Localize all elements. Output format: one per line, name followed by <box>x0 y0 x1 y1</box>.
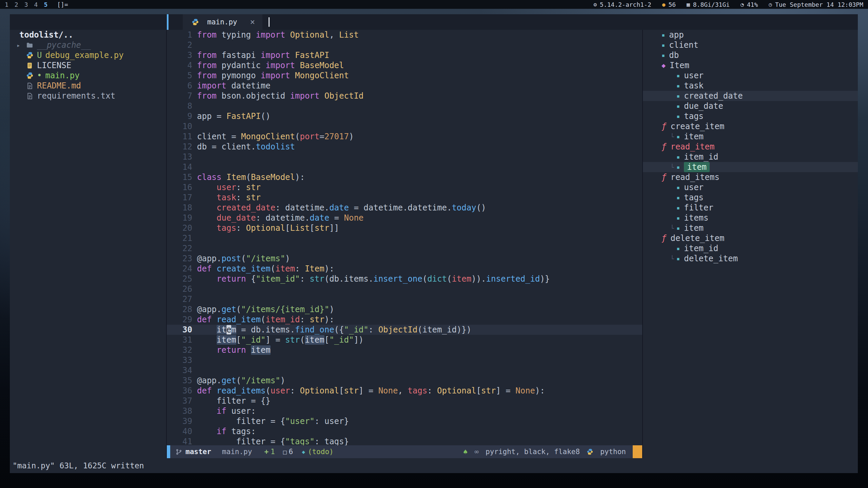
code-line-35[interactable]: 35@app.get("/items") <box>167 375 642 386</box>
outline-item-item_id[interactable]: ▪item_id <box>643 152 858 162</box>
code-line-36[interactable]: 36def read_items(user: Optional[str] = N… <box>167 386 642 396</box>
code-line-27[interactable]: 27 <box>167 294 642 304</box>
code-line-33[interactable]: 33 <box>167 355 642 365</box>
workspace-tag-5[interactable]: 5 <box>44 1 47 8</box>
bar-usage-text: 41% <box>747 1 758 8</box>
tree-root[interactable]: todolist/.. <box>17 30 166 40</box>
code-line-31[interactable]: 31 item["_id"] = str(item["_id"]) <box>167 335 642 345</box>
outline-item-tags[interactable]: ▪tags <box>643 192 858 203</box>
outline-label: delete_item <box>684 254 738 263</box>
outline-item-client[interactable]: ▪client <box>643 40 858 50</box>
outline-item-item_id[interactable]: ▪item_id <box>643 243 858 253</box>
outline-item-create_item[interactable]: ƒcreate_item <box>643 121 858 131</box>
outline-item-app[interactable]: ▪app <box>643 30 858 40</box>
outline-item-db[interactable]: ▪db <box>643 50 858 60</box>
code-line-4[interactable]: 4from pydantic import BaseModel <box>167 60 642 70</box>
outline-item-delete_item[interactable]: ƒdelete_item <box>643 233 858 243</box>
code-line-8[interactable]: 8 <box>167 101 642 111</box>
code-line-29[interactable]: 29def read_item(item_id: str): <box>167 314 642 325</box>
code-line-9[interactable]: 9app = FastAPI() <box>167 111 642 121</box>
outline-item-Item[interactable]: ◆Item <box>643 60 858 70</box>
git-changed-count: 6 <box>289 448 293 456</box>
line-number: 30 <box>167 325 192 335</box>
tree-item-requirements.txt[interactable]: requirements.txt <box>17 91 166 101</box>
outline-item-item[interactable]: └▪item <box>643 162 858 172</box>
code-line-10[interactable]: 10 <box>167 121 642 131</box>
code-line-39[interactable]: 39 filter = {"user": user} <box>167 416 642 426</box>
outline-item-user[interactable]: ▪user <box>643 70 858 81</box>
code-line-19[interactable]: 19 due_date: datetime.date = None <box>167 213 642 223</box>
status-bar: 12345 []= ⚙5.14.2-arch1-2●56▦8.8Gi/31Gi◔… <box>0 0 868 9</box>
chevron-icon <box>17 52 26 59</box>
code-line-34[interactable]: 34 <box>167 365 642 375</box>
line-number: 35 <box>167 375 192 386</box>
outline-item-item[interactable]: └▪item <box>643 223 858 233</box>
code-line-32[interactable]: 32 return item <box>167 345 642 355</box>
outline-item-delete_item[interactable]: └▪delete_item <box>643 253 858 264</box>
close-icon[interactable]: × <box>250 17 255 27</box>
outline-item-filter[interactable]: ▪filter <box>643 203 858 213</box>
line-number: 15 <box>167 172 192 182</box>
tree-item-README.md[interactable]: README.md <box>17 81 166 91</box>
code-line-41[interactable]: 41 filter = {"tags": tags} <box>167 436 642 445</box>
code-line-23[interactable]: 23@app.post("/items") <box>167 253 642 264</box>
code-line-38[interactable]: 38 if user: <box>167 406 642 416</box>
line-number: 18 <box>167 203 192 213</box>
code-line-28[interactable]: 28@app.get("/items/{item_id}") <box>167 304 642 314</box>
outline-item-user[interactable]: ▪user <box>643 182 858 192</box>
code-line-7[interactable]: 7from bson.objectid import ObjectId <box>167 91 642 101</box>
code-line-18[interactable]: 18 created_date: datetime.date = datetim… <box>167 203 642 213</box>
code-editor[interactable]: 1from typing import Optional, List23from… <box>167 30 642 445</box>
workspace-tag-1[interactable]: 1 <box>5 1 8 8</box>
code-line-25[interactable]: 25 return {"item_id": str(db.items.inser… <box>167 274 642 284</box>
workspace-tag-2[interactable]: 2 <box>15 1 18 8</box>
code-line-37[interactable]: 37 filter = {} <box>167 396 642 406</box>
code-line-12[interactable]: 12db = client.todolist <box>167 142 642 152</box>
tab-main-py[interactable]: main.py × <box>183 14 262 30</box>
code-line-15[interactable]: 15class Item(BaseModel): <box>167 172 642 182</box>
context-label: (todo) <box>308 448 334 456</box>
code-text: def read_item(item_id: str): <box>192 314 334 325</box>
code-line-20[interactable]: 20 tags: Optional[List[str]] <box>167 223 642 233</box>
code-line-17[interactable]: 17 task: str <box>167 192 642 203</box>
outline-item-tags[interactable]: ▪tags <box>643 111 858 121</box>
git-changed-icon: □ <box>283 448 287 455</box>
chevron-icon <box>17 72 26 79</box>
workspace-tag-4[interactable]: 4 <box>34 1 38 8</box>
code-line-13[interactable]: 13 <box>167 152 642 162</box>
code-line-6[interactable]: 6import datetime <box>167 81 642 91</box>
outline-item-items[interactable]: ▪items <box>643 213 858 223</box>
code-line-1[interactable]: 1from typing import Optional, List <box>167 30 642 40</box>
code-text: task: str <box>192 192 261 203</box>
code-line-2[interactable]: 2 <box>167 40 642 50</box>
tree-item-__pycache__[interactable]: ▸__pycache__ <box>17 40 166 50</box>
chevron-icon: ▸ <box>17 42 26 49</box>
outline-item-read_item[interactable]: ƒread_item <box>643 142 858 152</box>
code-line-16[interactable]: 16 user: str <box>167 182 642 192</box>
code-line-24[interactable]: 24def create_item(item: Item): <box>167 264 642 274</box>
code-line-40[interactable]: 40 if tags: <box>167 426 642 436</box>
tree-item-LICENSE[interactable]: LICENSE <box>17 60 166 70</box>
outline-item-item[interactable]: └▪item <box>643 131 858 142</box>
code-text: user: str <box>192 182 261 192</box>
outline-item-task[interactable]: ▪task <box>643 81 858 91</box>
tree-item-debug_example.py[interactable]: Udebug_example.py <box>17 50 166 60</box>
code-line-11[interactable]: 11client = MongoClient(port=27017) <box>167 131 642 142</box>
code-line-26[interactable]: 26 <box>167 284 642 294</box>
code-line-22[interactable]: 22 <box>167 243 642 253</box>
statusline: master main.py + 1 □ 6 ◆ (todo) ♠ ∞ pyri… <box>167 445 642 458</box>
tree-item-main.py[interactable]: •main.py <box>17 70 166 81</box>
workspace-tag-3[interactable]: 3 <box>24 1 28 8</box>
code-line-21[interactable]: 21 <box>167 233 642 243</box>
outline-item-created_date[interactable]: ▪created_date <box>643 91 858 101</box>
code-line-30[interactable]: 30 item = db.items.find_one({"_id": Obje… <box>167 325 642 335</box>
function-icon: ƒ <box>662 172 666 182</box>
python-icon-statusline <box>587 448 593 455</box>
outline-item-read_items[interactable]: ƒread_items <box>643 172 858 182</box>
code-line-5[interactable]: 5from pymongo import MongoClient <box>167 70 642 81</box>
outline-item-due_date[interactable]: ▪due_date <box>643 101 858 111</box>
code-line-3[interactable]: 3from fastapi import FastAPI <box>167 50 642 60</box>
outline-label: client <box>669 40 698 50</box>
code-line-14[interactable]: 14 <box>167 162 642 172</box>
function-icon: ƒ <box>662 142 666 151</box>
